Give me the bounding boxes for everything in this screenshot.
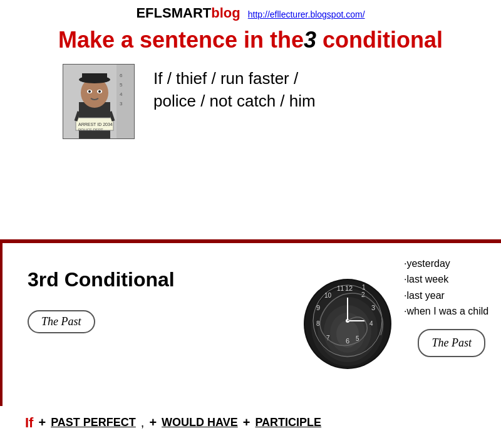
title-suffix: conditional xyxy=(316,27,443,53)
time-item-0: ·yesterday xyxy=(404,256,492,272)
svg-point-14 xyxy=(98,90,101,93)
svg-text:POLICE DEPT: POLICE DEPT xyxy=(78,128,103,132)
title-prefix: Make a sentence in the xyxy=(58,27,304,53)
formula-plus3: + xyxy=(243,415,250,430)
time-item-1: ·last week xyxy=(404,271,492,288)
title-bar: Make a sentence in the3 conditional xyxy=(0,24,501,58)
brand-name: EFLSMARTblog xyxy=(136,5,244,21)
clock-svg: 12 3 6 9 2 4 5 7 8 10 11 1 xyxy=(302,276,393,373)
page-title: Make a sentence in the3 conditional xyxy=(58,27,443,53)
svg-text:3: 3 xyxy=(120,101,123,107)
svg-text:ARREST ID 2034: ARREST ID 2034 xyxy=(78,122,113,127)
the-past-badge-2: The Past xyxy=(418,329,485,357)
sentence-line2: police / not catch / him xyxy=(153,90,316,112)
clock-area: 12 3 6 9 2 4 5 7 8 10 11 1 xyxy=(297,243,398,406)
upper-content: 6 5 4 3 ARREST ID 2034 POLICE DEPT xyxy=(0,58,501,145)
title-number: 3 xyxy=(304,27,316,53)
svg-text:3: 3 xyxy=(371,304,375,311)
blank-area xyxy=(0,145,501,221)
formula-part3: PARTICIPLE xyxy=(255,416,321,429)
brand-blog: blog xyxy=(211,5,240,21)
formula-plus1: + xyxy=(38,415,46,430)
svg-text:1: 1 xyxy=(362,284,366,291)
sentence-line1: If / thief / run faster / xyxy=(153,67,316,90)
time-item-2: ·last year xyxy=(404,288,492,304)
blog-url[interactable]: http://efllecturer.blogspot.com/ xyxy=(248,9,365,19)
third-conditional-label: 3rd Conditional xyxy=(28,268,285,291)
the-past-badge-1: The Past xyxy=(28,310,95,333)
header: EFLSMARTblog http://efllecturer.blogspot… xyxy=(0,0,501,24)
lower-section: 3rd Conditional The Past 12 3 6 9 2 4 5 … xyxy=(0,243,501,406)
svg-text:6: 6 xyxy=(346,337,349,345)
svg-text:8: 8 xyxy=(316,320,320,327)
svg-text:5: 5 xyxy=(120,82,123,88)
svg-text:9: 9 xyxy=(316,304,320,311)
mugshot-image: 6 5 4 3 ARREST ID 2034 POLICE DEPT xyxy=(63,64,135,139)
svg-text:10: 10 xyxy=(324,292,332,299)
svg-text:4: 4 xyxy=(369,320,373,327)
formula-part2: WOULD HAVE xyxy=(162,416,238,429)
time-item-3: ·when I was a child xyxy=(404,303,492,320)
mugshot-svg: 6 5 4 3 ARREST ID 2034 POLICE DEPT xyxy=(63,65,135,139)
svg-text:6: 6 xyxy=(120,73,123,78)
formula-comma: , xyxy=(141,415,145,430)
formula-part1: PAST PERFECT xyxy=(51,416,136,429)
brand-efl: EFL xyxy=(136,5,162,21)
svg-point-13 xyxy=(88,90,91,93)
brand-smart: SMART xyxy=(162,5,211,21)
lower-left: 3rd Conditional The Past xyxy=(3,243,297,406)
svg-text:11: 11 xyxy=(337,285,344,292)
formula-plus2: + xyxy=(149,415,157,430)
svg-rect-10 xyxy=(82,73,107,81)
sentence-prompt: If / thief / run faster / police / not c… xyxy=(153,64,316,113)
lower-right: ·yesterday ·last week ·last year ·when I… xyxy=(398,243,501,406)
formula-if: If xyxy=(25,415,33,431)
svg-text:4: 4 xyxy=(120,91,123,97)
formula-bar: If + PAST PERFECT , + WOULD HAVE + PARTI… xyxy=(0,406,501,440)
svg-text:12: 12 xyxy=(345,284,353,292)
